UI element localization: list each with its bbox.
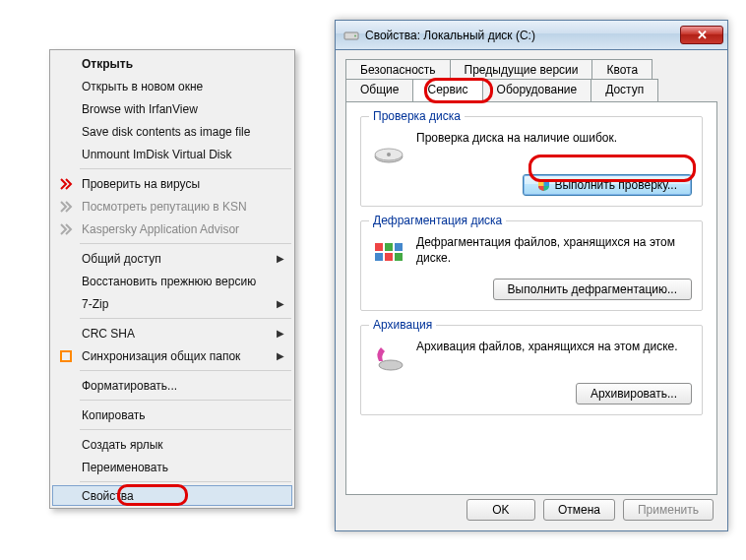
menu-item[interactable]: 7-Zip▶ (52, 292, 292, 315)
tabs-area: БезопасностьПредыдущие версииКвота Общие… (336, 50, 727, 505)
menu-separator (80, 481, 291, 482)
svg-rect-7 (385, 243, 393, 251)
menu-item-label: Kaspersky Application Advisor (82, 222, 239, 236)
svg-point-2 (354, 34, 356, 36)
tab-Доступ[interactable]: Доступ (591, 79, 658, 101)
tab-Предыдущие версии[interactable]: Предыдущие версии (450, 59, 593, 80)
menu-separator (80, 429, 291, 430)
group-text: Дефрагментация файлов, хранящихся на это… (416, 235, 692, 266)
menu-item[interactable]: Форматировать... (52, 374, 292, 397)
submenu-arrow-icon: ▶ (277, 253, 284, 264)
menu-item-label: Открыть в новом окне (82, 80, 203, 93)
menu-item: Посмотреть репутацию в KSN (52, 195, 292, 218)
menu-separator (80, 370, 291, 371)
svg-rect-9 (375, 253, 383, 261)
menu-item[interactable]: Открыть в новом окне (52, 75, 292, 97)
cancel-button[interactable]: Отмена (543, 499, 615, 521)
menu-item[interactable]: Save disk contents as image file (52, 120, 292, 143)
dialog-footer: OK Отмена Применить (466, 499, 714, 521)
context-menu: ОткрытьОткрыть в новом окнеBrowse with I… (49, 49, 295, 509)
kaspersky-grey-icon (58, 199, 74, 215)
svg-rect-8 (395, 243, 403, 251)
defrag-icon (371, 235, 406, 271)
group-legend: Дефрагментация диска (369, 214, 506, 227)
menu-item-label: Unmount ImDisk Virtual Disk (82, 148, 231, 161)
group-backup: Архивация Архивация файлов, хранящихся н… (360, 325, 703, 415)
ok-button[interactable]: OK (466, 499, 535, 521)
highlight-ring-properties (117, 484, 188, 506)
tab-Квота[interactable]: Квота (591, 59, 653, 80)
menu-item-label: Общий доступ (82, 252, 161, 266)
group-legend: Архивация (369, 318, 436, 332)
menu-item-label: Синхронизация общих папок (82, 349, 240, 363)
menu-item-label: Browse with IrfanView (82, 102, 198, 116)
menu-item-label: Форматировать... (82, 379, 177, 393)
kaspersky-grey-icon (58, 221, 74, 237)
kaspersky-red-icon (58, 176, 74, 192)
menu-separator (80, 168, 291, 169)
tab-Оборудование[interactable]: Оборудование (482, 79, 592, 101)
sync-orange-icon (58, 348, 74, 364)
menu-item: Kaspersky Application Advisor (52, 218, 292, 240)
button-label: Выполнить дефрагментацию... (508, 282, 677, 296)
menu-separator (80, 243, 291, 244)
submenu-arrow-icon: ▶ (277, 350, 284, 361)
svg-rect-11 (395, 253, 403, 261)
svg-rect-6 (375, 243, 383, 251)
menu-item[interactable]: Открыть (52, 52, 292, 75)
button-label: Применить (638, 503, 699, 517)
highlight-ring-tab (424, 78, 493, 103)
tab-Общие[interactable]: Общие (345, 79, 413, 101)
menu-item-label: Save disk contents as image file (82, 125, 250, 139)
menu-item-label: Открыть (82, 57, 133, 71)
menu-item[interactable]: Проверить на вирусы (52, 172, 292, 195)
menu-item-label: Посмотреть репутацию в KSN (82, 200, 247, 214)
menu-separator (80, 400, 291, 401)
tab-Безопасность[interactable]: Безопасность (345, 59, 451, 80)
defrag-button[interactable]: Выполнить дефрагментацию... (493, 279, 692, 300)
menu-item-label: Восстановить прежнюю версию (82, 275, 256, 288)
menu-item-label: Переименовать (82, 461, 168, 474)
group-defrag: Дефрагментация диска Дефрагментация файл… (360, 220, 703, 311)
menu-item[interactable]: Синхронизация общих папок▶ (52, 344, 292, 367)
backup-icon (371, 340, 406, 375)
drive-icon (343, 28, 359, 43)
svg-point-12 (379, 360, 403, 370)
menu-item[interactable]: Восстановить прежнюю версию (52, 270, 292, 292)
highlight-ring-check-button (528, 155, 696, 182)
close-button[interactable]: ✕ (680, 26, 723, 44)
group-disk-check: Проверка диска Проверка диска на наличие… (360, 116, 703, 207)
titlebar: Свойства: Локальный диск (C:) ✕ (336, 21, 727, 50)
menu-item-label: Создать ярлык (82, 438, 163, 452)
disk-check-icon (371, 131, 406, 166)
tab-content-service: Проверка диска Проверка диска на наличие… (345, 101, 717, 495)
properties-dialog: Свойства: Локальный диск (C:) ✕ Безопасн… (335, 20, 728, 531)
menu-item[interactable]: Переименовать (52, 456, 292, 478)
menu-item[interactable]: Общий доступ▶ (52, 247, 292, 270)
group-text: Проверка диска на наличие ошибок. (416, 131, 692, 147)
svg-rect-10 (385, 253, 393, 261)
backup-button[interactable]: Архивировать... (576, 383, 692, 404)
menu-item[interactable]: Browse with IrfanView (52, 97, 292, 120)
submenu-arrow-icon: ▶ (277, 298, 284, 309)
group-text: Архивация файлов, хранящихся на этом дис… (416, 340, 692, 355)
menu-item-label: Копировать (82, 408, 146, 422)
menu-separator (80, 318, 291, 319)
svg-point-5 (387, 153, 391, 156)
menu-item[interactable]: Создать ярлык (52, 433, 292, 456)
menu-item-label: 7-Zip (82, 297, 108, 311)
button-label: OK (492, 503, 509, 517)
menu-item-label: Проверить на вирусы (82, 177, 200, 191)
menu-item[interactable]: Unmount ImDisk Virtual Disk (52, 143, 292, 165)
menu-item[interactable]: CRC SHA▶ (52, 322, 292, 344)
menu-item[interactable]: Копировать (52, 404, 292, 426)
svg-rect-0 (61, 351, 71, 361)
button-label: Отмена (558, 503, 600, 517)
apply-button[interactable]: Применить (623, 499, 714, 521)
submenu-arrow-icon: ▶ (277, 328, 284, 339)
menu-item-label: CRC SHA (82, 327, 135, 341)
dialog-title: Свойства: Локальный диск (C:) (365, 29, 680, 42)
button-label: Архивировать... (591, 387, 677, 401)
group-legend: Проверка диска (369, 109, 465, 123)
